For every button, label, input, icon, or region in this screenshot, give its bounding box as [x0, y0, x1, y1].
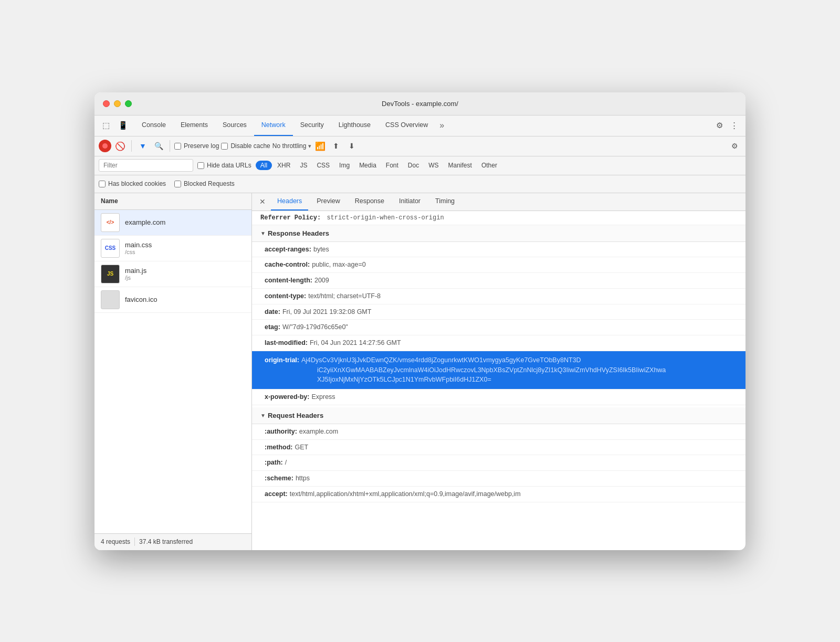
devtools-window: DevTools - example.com/ ⬚ 📱 Console Elem… [94, 92, 746, 550]
tab-sources[interactable]: Sources [215, 115, 254, 136]
list-item[interactable]: </> example.com [94, 210, 251, 236]
header-key: accept-ranges: [265, 245, 311, 255]
bottom-status: 4 requests 37.4 kB transferred [94, 533, 251, 550]
htab-response[interactable]: Response [349, 193, 391, 211]
list-item[interactable]: CSS main.css /css [94, 236, 251, 261]
more-tabs-button[interactable]: » [435, 121, 448, 130]
wifi-icon-button[interactable]: 📶 [313, 139, 327, 153]
filter-all-button[interactable]: All [256, 161, 272, 170]
filter-doc-button[interactable]: Doc [404, 161, 423, 170]
tab-security[interactable]: Security [293, 115, 331, 136]
headers-content: Referrer Policy: strict-origin-when-cros… [252, 211, 746, 550]
filter-other-button[interactable]: Other [477, 161, 501, 170]
header-key: last-modified: [265, 338, 308, 348]
filter-ws-button[interactable]: WS [424, 161, 443, 170]
disable-cache-checkbox[interactable] [221, 143, 228, 150]
htab-headers[interactable]: Headers [271, 193, 308, 211]
network-toolbar: 🚫 ▼ 🔍 Preserve log Disable cache No thro… [94, 136, 746, 156]
filter-manifest-button[interactable]: Manifest [444, 161, 476, 170]
filter-button[interactable]: ▼ [136, 139, 150, 153]
referrer-policy-key: Referrer Policy: [260, 214, 321, 222]
header-row-content-type: content-type: text/html; charset=UTF-8 [252, 289, 746, 304]
request-headers-label: Request Headers [268, 412, 323, 419]
header-key-origin-trial: origin-trial: [265, 355, 299, 365]
preserve-log-label[interactable]: Preserve log [174, 142, 219, 150]
filter-types: All XHR JS CSS Img Media Font Doc WS Man… [256, 161, 501, 170]
yellow-traffic-light[interactable] [114, 100, 121, 107]
header-val-origin-trial-line1: Aj4DysCv3VjknU3jJvkDEwnQZK/vmse4rdd8jZog… [301, 355, 737, 365]
file-name: main.js [125, 267, 146, 275]
blocked-requests-label[interactable]: Blocked Requests [174, 180, 235, 187]
red-traffic-light[interactable] [103, 100, 110, 107]
response-headers-label: Response Headers [268, 229, 329, 237]
record-button[interactable] [99, 140, 111, 152]
blocked-requests-checkbox[interactable] [174, 181, 181, 187]
download-button[interactable]: ⬇ [345, 139, 359, 153]
filter-css-button[interactable]: CSS [312, 161, 334, 170]
filter-img-button[interactable]: Img [335, 161, 354, 170]
header-key: :path: [265, 458, 283, 468]
header-row-method: :method: GET [252, 440, 746, 456]
header-row-x-powered-by: x-powered-by: Express [252, 390, 746, 405]
header-row-path: :path: / [252, 455, 746, 471]
header-key: :authority: [265, 427, 297, 437]
list-item[interactable]: JS main.js /js [94, 261, 251, 287]
filter-xhr-button[interactable]: XHR [273, 161, 295, 170]
header-row-accept: accept: text/html,application/xhtml+xml,… [252, 487, 746, 502]
tab-elements[interactable]: Elements [173, 115, 215, 136]
preserve-log-checkbox[interactable] [174, 143, 181, 150]
hide-data-urls-label[interactable]: Hide data URLs [197, 162, 251, 169]
separator-2 [170, 140, 170, 152]
search-button[interactable]: 🔍 [152, 139, 165, 153]
filter-js-button[interactable]: JS [296, 161, 311, 170]
upload-button[interactable]: ⬆ [329, 139, 343, 153]
file-list: </> example.com CSS main.css /css JS ma [94, 210, 251, 533]
settings-gear-button[interactable]: ⚙ [712, 118, 727, 133]
request-headers-section[interactable]: ▼ Request Headers [252, 407, 746, 424]
htab-preview[interactable]: Preview [310, 193, 346, 211]
tab-lighthouse[interactable]: Lighthouse [331, 115, 378, 136]
list-item[interactable]: favicon.ico [94, 287, 251, 313]
header-key: :scheme: [265, 473, 293, 483]
header-row-accept-ranges: accept-ranges: bytes [252, 242, 746, 258]
file-name: example.com [125, 218, 165, 226]
header-val: Fri, 09 Jul 2021 19:32:08 GMT [282, 307, 372, 317]
has-blocked-cookies-label[interactable]: Has blocked cookies [99, 180, 166, 187]
tab-network[interactable]: Network [254, 115, 293, 136]
tab-console[interactable]: Console [134, 115, 173, 136]
htab-initiator[interactable]: Initiator [393, 193, 427, 211]
header-key: etag: [265, 322, 280, 332]
clear-button[interactable]: 🚫 [113, 139, 127, 153]
disable-cache-label[interactable]: Disable cache [221, 142, 270, 150]
header-key: content-type: [265, 291, 306, 301]
filter-media-button[interactable]: Media [355, 161, 381, 170]
header-row-origin-trial[interactable]: origin-trial: Aj4DysCv3VjknU3jJvkDEwnQZK… [252, 351, 746, 390]
close-detail-button[interactable]: ✕ [256, 195, 269, 208]
header-val: Fri, 04 Jun 2021 14:27:56 GMT [310, 338, 401, 348]
hide-data-urls-checkbox[interactable] [197, 162, 204, 169]
network-settings-button[interactable]: ⚙ [728, 139, 741, 153]
more-options-button[interactable]: ⋮ [727, 118, 741, 133]
has-blocked-cookies-checkbox[interactable] [99, 181, 106, 187]
header-val: example.com [299, 427, 338, 437]
inspect-element-button[interactable]: ⬚ [99, 118, 113, 133]
header-row-etag: etag: W/"7d9-179d76c65e0" [252, 320, 746, 335]
header-val-origin-trial-line3: XJ5IjoxNjMxNjYzOTk5LCJpc1N1YmRvbWFpbiI6d… [265, 375, 491, 385]
device-toggle-button[interactable]: 📱 [116, 118, 130, 133]
response-headers-section[interactable]: ▼ Response Headers [252, 225, 746, 242]
header-key: :method: [265, 443, 292, 452]
header-val: / [285, 458, 287, 468]
header-val-origin-trial-line2: iC2yiiXnXGwMAABABZeyJvcmlnaW4iOiJodHRwcz… [265, 365, 666, 375]
file-icon-ico [101, 290, 120, 309]
tab-css-overview[interactable]: CSS Overview [378, 115, 435, 136]
htab-timing[interactable]: Timing [429, 193, 461, 211]
header-val: W/"7d9-179d76c65e0" [282, 322, 348, 332]
window-title: DevTools - example.com/ [382, 100, 458, 108]
header-val: text/html,application/xhtml+xml,applicat… [290, 489, 521, 499]
filter-font-button[interactable]: Font [382, 161, 403, 170]
green-traffic-light[interactable] [125, 100, 132, 107]
filter-input[interactable] [99, 159, 193, 172]
name-column-header: Name [94, 193, 251, 210]
toolbar-icons-left: ⬚ 📱 [99, 118, 130, 133]
transfer-size: 37.4 kB transferred [139, 538, 193, 545]
